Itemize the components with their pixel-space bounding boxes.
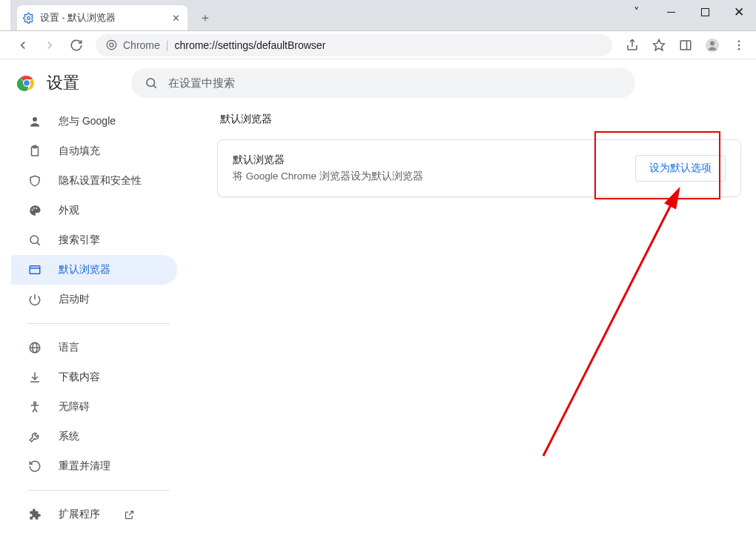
svg-marker-6 — [654, 39, 665, 50]
person-icon — [27, 115, 42, 128]
svg-line-18 — [153, 85, 156, 87]
sidebar-item-accessibility[interactable]: 无障碍 — [11, 392, 177, 422]
sidebar-item-label: 您与 Google — [59, 115, 116, 128]
sidebar-item-label: 无障碍 — [59, 400, 90, 414]
svg-line-36 — [129, 511, 133, 515]
svg-rect-7 — [680, 41, 691, 50]
svg-point-22 — [32, 209, 33, 211]
address-bar: Chrome | chrome://settings/defaultBrowse… — [0, 31, 756, 59]
sidebar-item-privacy[interactable]: 隐私设置和安全性 — [11, 166, 177, 196]
set-default-button[interactable]: 设为默认选项 — [635, 155, 726, 182]
url-prefix: Chrome — [123, 39, 160, 51]
svg-point-12 — [738, 44, 740, 46]
chrome-logo-icon — [17, 73, 36, 93]
svg-line-26 — [37, 242, 39, 245]
sidebar-item-on-startup[interactable]: 启动时 — [11, 285, 177, 314]
maximize-button[interactable] — [688, 0, 722, 24]
browser-tab[interactable]: 设置 - 默认浏览器 ✕ — [17, 5, 188, 30]
svg-point-0 — [27, 16, 30, 19]
tab-title: 设置 - 默认浏览器 — [40, 12, 116, 24]
sidebar-divider — [27, 490, 170, 491]
sidebar-item-label: 系统 — [59, 430, 79, 443]
globe-icon — [27, 341, 42, 354]
sidebar-item-label: 隐私设置和安全性 — [59, 174, 142, 188]
new-tab-button[interactable]: ＋ — [195, 7, 216, 28]
sidepanel-icon[interactable] — [673, 33, 698, 57]
download-icon — [27, 371, 42, 384]
external-link-icon — [124, 509, 135, 520]
search-icon — [27, 234, 42, 247]
svg-point-24 — [36, 208, 37, 209]
sidebar-item-search-engine[interactable]: 搜索引擎 — [11, 225, 177, 255]
section-title: 默认浏览器 — [220, 113, 741, 126]
url-field[interactable]: Chrome | chrome://settings/defaultBrowse… — [96, 34, 612, 56]
restore-icon — [27, 460, 42, 473]
sidebar-item-appearance[interactable]: 外观 — [11, 196, 177, 225]
forward-button[interactable] — [38, 33, 62, 57]
sidebar-item-system[interactable]: 系统 — [11, 422, 177, 451]
back-button[interactable] — [11, 33, 35, 57]
svg-point-19 — [33, 117, 37, 122]
card-title: 默认浏览器 — [233, 153, 423, 167]
sidebar-item-downloads[interactable]: 下载内容 — [11, 362, 177, 392]
profile-icon[interactable] — [700, 33, 725, 57]
site-info-icon — [106, 39, 117, 50]
svg-point-17 — [147, 79, 155, 87]
svg-point-13 — [738, 47, 740, 50]
content-area: 设置 在设置中搜索 您与 Google 自动填充 隐私设置和安全性 — [0, 59, 756, 533]
sidebar-item-autofill[interactable]: 自动填充 — [11, 136, 177, 166]
svg-point-16 — [24, 80, 30, 86]
palette-icon — [27, 204, 42, 217]
settings-top-row: 设置 在设置中搜索 — [11, 59, 756, 107]
svg-point-23 — [33, 208, 35, 209]
svg-rect-2 — [701, 8, 709, 16]
sidebar-item-label: 扩展程序 — [59, 508, 100, 521]
svg-rect-27 — [30, 266, 40, 274]
clipboard-icon — [27, 145, 42, 158]
sidebar-item-default-browser[interactable]: 默认浏览器 — [11, 255, 177, 285]
sidebar-item-label: 外观 — [59, 204, 79, 217]
minimize-button[interactable] — [654, 0, 688, 24]
close-tab-icon[interactable]: ✕ — [170, 12, 182, 24]
page-title: 设置 — [47, 72, 79, 94]
bookmark-icon[interactable] — [646, 33, 672, 57]
sidebar-item-label: 启动时 — [59, 293, 90, 306]
sidebar-item-label: 默认浏览器 — [59, 263, 110, 277]
chevron-down-icon[interactable]: ˅ — [620, 0, 654, 24]
sidebar-divider — [27, 323, 170, 324]
sidebar-item-extensions[interactable]: 扩展程序 — [11, 500, 177, 529]
sidebar-item-reset[interactable]: 重置并清理 — [11, 451, 177, 481]
sidebar-item-label: 语言 — [59, 341, 79, 354]
sidebar-item-you-and-google[interactable]: 您与 Google — [11, 107, 177, 136]
sidebar-item-label: 自动填充 — [59, 145, 100, 158]
share-icon[interactable] — [620, 33, 645, 57]
gear-icon — [23, 13, 34, 24]
sidebar-item-label: 搜索引擎 — [59, 234, 100, 247]
default-browser-card: 默认浏览器 将 Google Chrome 浏览器设为默认浏览器 设为默认选项 — [217, 139, 741, 197]
left-edge — [0, 0, 11, 30]
svg-point-11 — [738, 40, 740, 42]
window-controls: ˅ ✕ — [620, 0, 756, 24]
search-icon — [145, 76, 158, 90]
kebab-menu-icon[interactable] — [726, 33, 752, 57]
svg-point-35 — [34, 402, 36, 404]
settings-main: 默认浏览器 默认浏览器 将 Google Chrome 浏览器设为默认浏览器 设… — [188, 107, 756, 533]
sidebar-item-label: 下载内容 — [59, 371, 100, 384]
power-icon — [27, 293, 42, 306]
settings-search-input[interactable]: 在设置中搜索 — [131, 68, 635, 98]
window-titlebar: 设置 - 默认浏览器 ✕ ＋ ˅ ✕ — [0, 0, 756, 31]
svg-point-25 — [30, 236, 39, 244]
extension-icon — [27, 508, 42, 521]
wrench-icon — [27, 430, 42, 443]
sidebar-item-label: 重置并清理 — [59, 460, 110, 473]
shield-icon — [27, 174, 42, 188]
svg-point-3 — [107, 40, 116, 50]
accessibility-icon — [27, 400, 42, 414]
reload-button[interactable] — [64, 33, 88, 57]
close-window-button[interactable]: ✕ — [722, 0, 756, 24]
search-placeholder: 在设置中搜索 — [168, 76, 235, 90]
svg-point-10 — [710, 41, 714, 45]
svg-point-4 — [110, 43, 113, 47]
sidebar-item-languages[interactable]: 语言 — [11, 333, 177, 362]
settings-sidebar[interactable]: 您与 Google 自动填充 隐私设置和安全性 外观 搜索引擎 — [11, 107, 188, 533]
